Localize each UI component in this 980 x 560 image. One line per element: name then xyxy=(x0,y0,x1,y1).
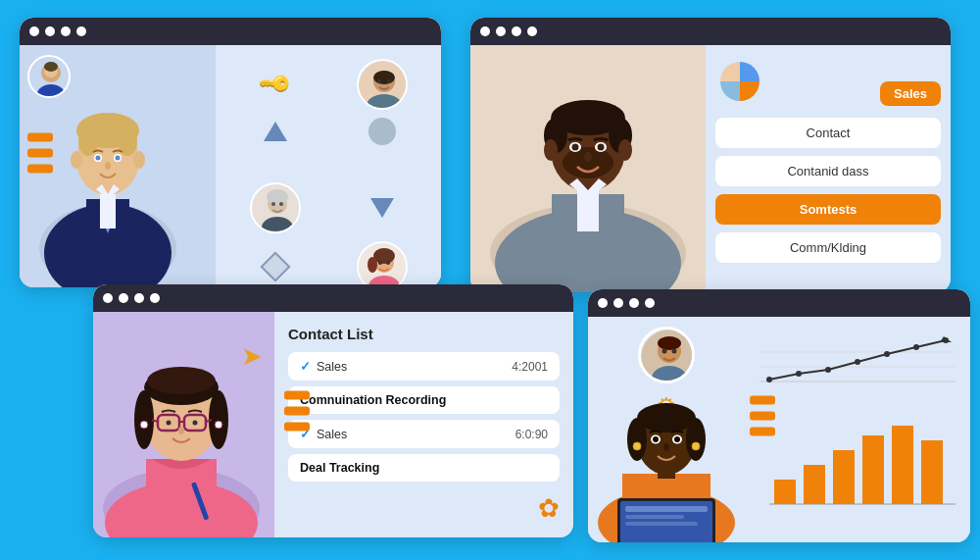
menu-contanid[interactable]: Contanid dass xyxy=(715,156,941,186)
svg-point-25 xyxy=(373,71,395,84)
diamond-shape-item xyxy=(225,241,324,287)
svg-point-57 xyxy=(544,139,558,161)
svg-point-104 xyxy=(633,442,641,450)
key-shape: 🔑 xyxy=(225,59,324,110)
main-avatar-blonde-man xyxy=(29,72,186,287)
sidebar-btn-bl-3[interactable] xyxy=(284,423,310,432)
svg-point-34 xyxy=(386,261,390,265)
svg-point-75 xyxy=(167,421,172,426)
circle-icon xyxy=(368,118,396,145)
svg-rect-92 xyxy=(625,515,684,519)
br-avatar-circle xyxy=(638,327,695,383)
svg-point-102 xyxy=(674,436,680,442)
svg-rect-119 xyxy=(804,465,825,504)
titlebar-topright xyxy=(470,18,951,45)
bl-right-panel: Contact List ✓ Sales 4:2001 Comnuination… xyxy=(274,312,573,537)
sales-badge[interactable]: Sales xyxy=(880,81,941,106)
svg-point-103 xyxy=(663,443,669,451)
svg-point-79 xyxy=(215,421,222,429)
svg-point-76 xyxy=(193,421,198,426)
sidebar-btn-3[interactable] xyxy=(27,164,53,173)
sidebar-btn-br-2[interactable] xyxy=(750,412,775,421)
avatar-dark-man xyxy=(332,59,431,110)
svg-point-19 xyxy=(71,151,82,169)
sidebar-btn-bl-1[interactable] xyxy=(284,391,310,400)
svg-point-51 xyxy=(563,147,613,178)
list-row-3[interactable]: ✓ Sales 6:0:90 xyxy=(288,420,560,448)
sidebar-btn-1[interactable] xyxy=(27,132,53,141)
avatar-woman-small xyxy=(332,241,431,287)
svg-point-86 xyxy=(672,349,677,354)
window-bottomleft: ➤ xyxy=(93,284,573,537)
sidebar-btn-br-1[interactable] xyxy=(750,396,775,405)
list-row-2[interactable]: Comnuination Recording xyxy=(288,386,560,414)
svg-point-18 xyxy=(105,162,111,170)
main-avatar-dark-man xyxy=(475,57,701,292)
svg-point-97 xyxy=(627,418,647,461)
svg-point-115 xyxy=(913,344,919,350)
titlebar-dot-bl-2 xyxy=(119,293,128,303)
svg-point-54 xyxy=(572,144,579,151)
circle-gray-shape xyxy=(332,118,431,145)
row-value-3: 6:0:90 xyxy=(515,428,548,441)
window-bottomright: ⚙ xyxy=(588,289,970,542)
bar-chart-container xyxy=(753,405,962,533)
svg-point-39 xyxy=(271,202,275,206)
titlebar-dot-4 xyxy=(76,26,86,36)
br-right-panel xyxy=(745,317,970,542)
row-label-4: Deal Tracking xyxy=(300,461,379,475)
svg-point-40 xyxy=(279,202,283,206)
svg-point-17 xyxy=(116,156,121,161)
svg-point-77 xyxy=(178,427,184,434)
svg-point-58 xyxy=(618,139,632,161)
svg-point-55 xyxy=(598,144,605,151)
sidebar-btn-bl-2[interactable] xyxy=(284,407,310,416)
svg-point-111 xyxy=(796,371,802,377)
list-row-1[interactable]: ✓ Sales 4:2001 xyxy=(288,352,560,381)
titlebar-topleft xyxy=(20,18,441,45)
sidebar-btn-2[interactable] xyxy=(27,148,53,157)
titlebar-dot-tr-3 xyxy=(512,26,521,36)
arrow-up-shape xyxy=(225,118,324,145)
main-avatar-woman-glasses xyxy=(93,327,270,537)
titlebar-dot-br-4 xyxy=(645,298,655,308)
contact-list-title: Contact List xyxy=(288,326,560,342)
titlebar-dot-br-2 xyxy=(613,298,623,308)
titlebar-dot-tr-2 xyxy=(496,26,506,36)
svg-rect-93 xyxy=(625,522,698,526)
svg-point-16 xyxy=(96,156,101,161)
svg-point-114 xyxy=(884,351,890,357)
row-value-1: 4:2001 xyxy=(512,360,548,374)
flower-decoration: ✿ xyxy=(538,493,560,524)
menu-contact[interactable]: Contact xyxy=(715,118,941,148)
titlebar-dot-tr-4 xyxy=(527,26,537,36)
list-row-4[interactable]: Deal Tracking xyxy=(288,454,560,482)
svg-point-69 xyxy=(147,367,216,394)
sidebar-buttons-bottomleft xyxy=(284,391,310,432)
svg-rect-121 xyxy=(862,435,884,504)
svg-point-78 xyxy=(140,421,148,429)
row-label-1: Sales xyxy=(317,360,347,374)
avatar-old-man xyxy=(225,182,324,233)
arrow-down-icon xyxy=(370,198,394,218)
svg-rect-122 xyxy=(892,426,913,504)
svg-point-112 xyxy=(825,367,831,373)
svg-rect-123 xyxy=(921,440,943,504)
titlebar-dot-br-1 xyxy=(598,298,608,308)
svg-rect-120 xyxy=(833,450,855,504)
menu-somtests[interactable]: Somtests xyxy=(715,194,941,225)
svg-point-105 xyxy=(692,442,700,450)
svg-point-67 xyxy=(134,390,154,449)
titlebar-dot-tr-1 xyxy=(480,26,490,36)
line-chart-container xyxy=(753,327,962,401)
titlebar-dot-bl-3 xyxy=(134,293,144,303)
sidebar-btn-br-3[interactable] xyxy=(750,428,775,436)
arrow-up-icon xyxy=(264,122,287,141)
titlebar-dot-br-3 xyxy=(629,298,639,308)
line-chart-svg xyxy=(759,332,956,391)
titlebar-dot-2 xyxy=(45,26,55,36)
svg-point-110 xyxy=(766,377,772,382)
svg-point-96 xyxy=(637,403,696,433)
menu-commklding[interactable]: Comm/Klding xyxy=(715,232,941,263)
titlebar-dot-1 xyxy=(29,26,39,36)
